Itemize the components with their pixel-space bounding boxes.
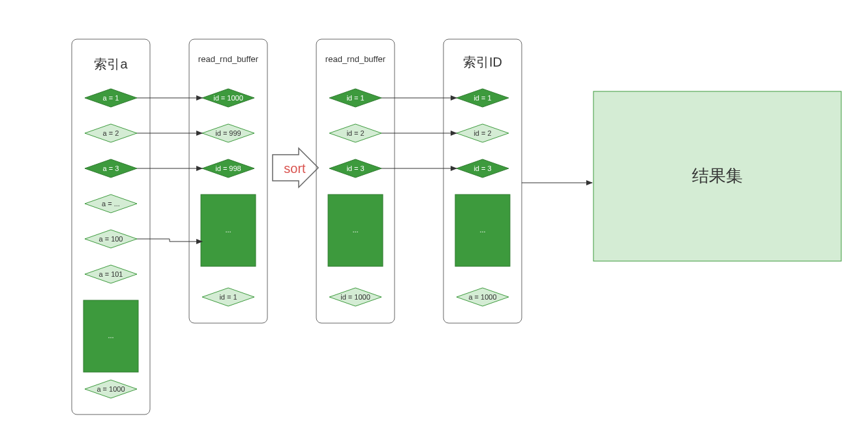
column-index-a: 索引a a = 1a = 2a = 3a = ...a = 100a = 101… <box>72 39 150 415</box>
col4-last-diamond: a = 1000 <box>456 288 509 306</box>
svg-text:id = 2: id = 2 <box>346 129 364 137</box>
col1-items-item-0: a = 1 <box>85 89 137 107</box>
svg-text:id = 998: id = 998 <box>215 164 241 172</box>
col3-items-item-2: id = 3 <box>329 159 382 178</box>
svg-text:id = 3: id = 3 <box>346 164 364 172</box>
col2-items: id = 1000id = 999id = 998 <box>202 89 254 178</box>
svg-rect-16 <box>189 39 267 323</box>
arrows-col1-col2 <box>137 98 202 242</box>
result-box: 结果集 <box>593 91 841 261</box>
col4-items-item-1: id = 2 <box>456 124 509 142</box>
col2-items-item-0: id = 1000 <box>202 89 254 107</box>
column-buffer-1: read_rnd_buffer id = 1000id = 999id = 99… <box>189 39 267 323</box>
svg-text:...: ... <box>108 332 113 339</box>
svg-text:a = 1000: a = 1000 <box>97 385 125 393</box>
svg-text:a = 1000: a = 1000 <box>468 293 496 301</box>
col2-items-item-1: id = 999 <box>202 124 254 142</box>
svg-text:id = 999: id = 999 <box>215 129 241 137</box>
svg-text:a = 101: a = 101 <box>98 270 123 278</box>
arrows-col3-col4 <box>382 98 456 168</box>
svg-text:id = 1000: id = 1000 <box>340 293 370 301</box>
col3-items-item-0: id = 1 <box>329 89 382 107</box>
col4-items-item-0: id = 1 <box>456 89 509 107</box>
svg-text:a = 3: a = 3 <box>103 164 119 172</box>
col2-last-diamond: id = 1 <box>202 288 254 306</box>
svg-text:a = 1: a = 1 <box>103 94 119 102</box>
sort-arrow: sort <box>273 148 318 187</box>
svg-text:id = 3: id = 3 <box>473 164 491 172</box>
col1-items-item-5: a = 101 <box>85 265 137 283</box>
svg-rect-26 <box>316 39 395 323</box>
svg-text:...: ... <box>479 226 485 234</box>
svg-text:a = ...: a = ... <box>102 200 120 208</box>
svg-text:a = 2: a = 2 <box>103 129 119 137</box>
col2-last: id = 1 <box>202 288 254 306</box>
col3-title: read_rnd_buffer <box>325 54 386 64</box>
col2-title: read_rnd_buffer <box>198 54 259 64</box>
col4-items: id = 1id = 2id = 3 <box>456 89 509 178</box>
col1-title: 索引a <box>94 57 128 71</box>
svg-text:id = 1000: id = 1000 <box>213 94 243 102</box>
col3-items-item-1: id = 2 <box>329 124 382 142</box>
svg-text:...: ... <box>225 226 231 234</box>
col1-items-item-2: a = 3 <box>85 159 137 178</box>
col2-items-item-2: id = 998 <box>202 159 254 178</box>
col1-last: a = 1000 <box>85 380 137 398</box>
col3-items: id = 1id = 2id = 3 <box>329 89 382 178</box>
svg-text:id = 2: id = 2 <box>473 129 491 137</box>
col1-items: a = 1a = 2a = 3a = ...a = 100a = 101 <box>85 89 137 283</box>
col1-items-item-1: a = 2 <box>85 124 137 142</box>
result-label: 结果集 <box>692 166 743 185</box>
col3-last: id = 1000 <box>329 288 382 306</box>
column-buffer-2: read_rnd_buffer id = 1id = 2id = 3 ... i… <box>316 39 395 323</box>
svg-text:id = 1: id = 1 <box>346 94 364 102</box>
col3-last-diamond: id = 1000 <box>329 288 382 306</box>
svg-text:...: ... <box>352 226 358 234</box>
col1-items-item-4: a = 100 <box>85 230 137 248</box>
col4-title: 索引ID <box>463 55 502 69</box>
col4-items-item-2: id = 3 <box>456 159 509 178</box>
svg-text:id = 1: id = 1 <box>473 94 491 102</box>
sort-label: sort <box>284 161 306 176</box>
column-index-id: 索引ID id = 1id = 2id = 3 ... a = 1000 <box>443 39 522 323</box>
svg-rect-36 <box>443 39 522 323</box>
col1-last-diamond: a = 1000 <box>85 380 137 398</box>
col4-last: a = 1000 <box>456 288 509 306</box>
svg-text:a = 100: a = 100 <box>98 235 123 243</box>
col1-items-item-3: a = ... <box>85 195 137 213</box>
svg-text:id = 1: id = 1 <box>219 293 237 301</box>
